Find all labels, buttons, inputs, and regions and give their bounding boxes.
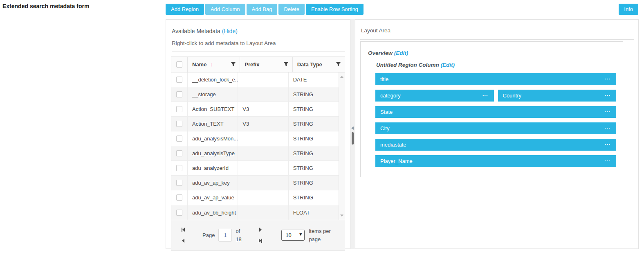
field-label: title: [380, 76, 388, 82]
row-checkbox[interactable]: [176, 194, 182, 201]
cell-name: Action_TEXT: [188, 117, 238, 131]
field-menu-icon[interactable]: ...: [605, 109, 610, 115]
table-row[interactable]: adu_av_ap_key STRING: [171, 176, 339, 190]
cell-data-type: STRING: [289, 190, 339, 205]
column-header-name[interactable]: Name ↑: [188, 57, 240, 72]
layout-field-title[interactable]: title...: [375, 73, 616, 85]
field-menu-icon[interactable]: ...: [482, 93, 488, 98]
region-column-label: Untitled Region Column: [376, 62, 439, 68]
filter-icon[interactable]: [336, 61, 341, 68]
page-size-group: 10 items per page: [281, 227, 335, 244]
page-number-input[interactable]: [218, 229, 232, 242]
row-checkbox-cell: [171, 87, 188, 102]
metadata-grid: Name ↑ Prefix Data Type: [171, 56, 345, 220]
toolbar-button-delete[interactable]: Delete: [278, 4, 305, 15]
field-row: category...Country...: [375, 90, 616, 102]
scroll-down-icon[interactable]: [340, 215, 343, 217]
layout-field-state[interactable]: State...: [375, 106, 616, 118]
field-row: mediastate...: [375, 139, 616, 151]
row-checkbox[interactable]: [176, 91, 182, 97]
hide-link[interactable]: (Hide): [222, 28, 238, 34]
table-row[interactable]: adu_av_bb_height FLOAT: [171, 205, 339, 220]
panel-splitter[interactable]: [350, 19, 355, 249]
row-checkbox-cell: [171, 205, 188, 220]
layout-area-panel: Layout Area Overview (Edit) Untitled Reg…: [355, 19, 639, 249]
table-row[interactable]: Action_TEXT V3 STRING: [171, 117, 339, 131]
column-header-prefix[interactable]: Prefix: [240, 57, 292, 72]
table-row[interactable]: adu_analysisMon... STRING: [171, 131, 339, 146]
layout-field-country[interactable]: Country...: [498, 90, 617, 102]
row-checkbox-cell: [171, 161, 188, 175]
field-menu-icon[interactable]: ...: [605, 77, 610, 82]
field-menu-icon[interactable]: ...: [605, 158, 610, 164]
table-row[interactable]: adu_av_ap_value STRING: [171, 190, 339, 205]
cell-name: __storage: [188, 87, 238, 102]
row-checkbox[interactable]: [176, 210, 182, 216]
total-pages: 18: [236, 235, 245, 244]
cell-prefix: [238, 87, 288, 102]
pager-page-group: Page of 18: [202, 227, 245, 244]
column-header-name-label: Name: [192, 61, 206, 68]
table-row[interactable]: adu_analysisType STRING: [171, 146, 339, 161]
layout-area-title: Layout Area: [361, 27, 634, 34]
cell-data-type: STRING: [289, 176, 339, 190]
table-row[interactable]: __storage STRING: [171, 87, 339, 102]
region-column-edit-link[interactable]: (Edit): [441, 62, 455, 68]
field-row: Player_Name...: [375, 155, 616, 167]
table-row[interactable]: adu_analyzerId STRING: [171, 161, 339, 176]
toolbar-button-add-region[interactable]: Add Region: [166, 4, 204, 15]
table-row[interactable]: __deletion_lock_e... DATE: [171, 72, 339, 87]
table-row[interactable]: Action_SUBTEXT V3 STRING: [171, 102, 339, 117]
info-button[interactable]: Info: [619, 4, 638, 15]
of-label: of: [236, 227, 245, 235]
filter-icon[interactable]: [231, 61, 236, 68]
field-label: category: [380, 93, 401, 99]
grid-scrollbar[interactable]: [339, 72, 345, 220]
page-size-select[interactable]: 10: [281, 230, 305, 241]
layout-field-city[interactable]: City...: [375, 122, 616, 134]
field-row: title...: [375, 73, 616, 85]
toolbar-button-add-column[interactable]: Add Column: [205, 4, 245, 15]
field-label: mediastate: [380, 142, 406, 148]
layout-field-player_name[interactable]: Player_Name...: [375, 155, 616, 167]
toolbar-button-add-bag[interactable]: Add Bag: [247, 4, 278, 15]
cell-prefix: [238, 146, 288, 160]
cell-data-type: STRING: [289, 87, 339, 102]
field-menu-icon[interactable]: ...: [605, 142, 610, 147]
scroll-up-icon[interactable]: [340, 76, 343, 78]
previous-page-button[interactable]: [182, 239, 184, 243]
layout-field-mediastate[interactable]: mediastate...: [375, 139, 616, 151]
filter-icon[interactable]: [283, 61, 289, 68]
first-page-button[interactable]: [182, 228, 185, 232]
cell-name: __deletion_lock_e...: [188, 72, 238, 87]
cell-prefix: V3: [238, 117, 288, 131]
toolbar-button-enable-row-sorting[interactable]: Enable Row Sorting: [306, 4, 364, 15]
row-checkbox[interactable]: [176, 77, 182, 83]
field-menu-icon[interactable]: ...: [605, 93, 610, 98]
splitter-drag-handle[interactable]: [352, 132, 354, 145]
select-all-checkbox[interactable]: [176, 61, 182, 68]
next-page-button[interactable]: [259, 228, 262, 232]
row-checkbox[interactable]: [176, 180, 182, 186]
row-checkbox[interactable]: [176, 106, 182, 112]
row-checkbox[interactable]: [176, 136, 182, 142]
pager-nav-right: [257, 228, 264, 243]
field-menu-icon[interactable]: ...: [605, 126, 610, 131]
layout-region-box: Overview (Edit) Untitled Region Column (…: [360, 41, 623, 177]
splitter-collapse-icon[interactable]: [351, 126, 354, 130]
region-edit-link[interactable]: (Edit): [394, 50, 408, 56]
row-checkbox[interactable]: [176, 165, 182, 171]
cell-name: adu_av_ap_key: [188, 176, 238, 190]
last-page-button[interactable]: [259, 239, 262, 243]
region-label: Overview: [368, 50, 393, 56]
layout-fields: title...category...Country...State...Cit…: [375, 73, 616, 167]
row-checkbox[interactable]: [176, 121, 182, 127]
cell-data-type: STRING: [289, 161, 339, 175]
column-header-data-type[interactable]: Data Type: [293, 57, 345, 72]
cell-data-type: STRING: [289, 117, 339, 131]
grid-body-wrap: __deletion_lock_e... DATE __storage STRI…: [171, 72, 345, 220]
layout-field-category[interactable]: category...: [375, 90, 494, 102]
page-header: Extended search metadata form Add Region…: [0, 0, 644, 19]
row-checkbox[interactable]: [176, 150, 182, 156]
field-label: Player_Name: [380, 158, 413, 164]
